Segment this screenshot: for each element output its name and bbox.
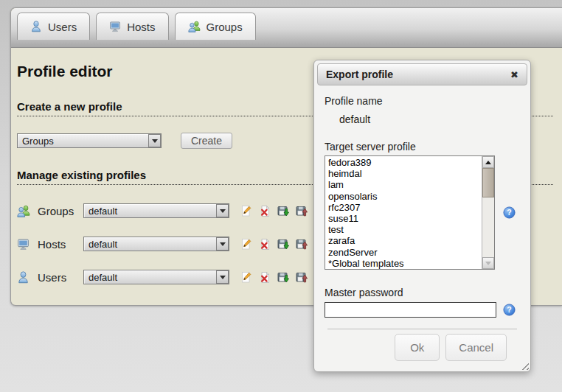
users-profile-select[interactable]: default: [83, 270, 229, 284]
create-button[interactable]: Create: [181, 133, 232, 149]
target-server-profile-label: Target server profile: [325, 141, 416, 153]
edit-profile-icon[interactable]: [240, 205, 253, 217]
user-icon: [17, 271, 32, 284]
host-icon: [109, 21, 121, 32]
profile-name-label: Profile name: [325, 95, 383, 107]
tab-users-label: Users: [48, 21, 77, 33]
export-profile-icon[interactable]: [296, 238, 308, 251]
list-option[interactable]: test: [325, 224, 494, 235]
export-profile-dialog: Export profile ✖ Profile name default Ta…: [313, 60, 531, 372]
profile-type-select[interactable]: Groups: [17, 133, 162, 148]
help-icon[interactable]: ?: [503, 206, 516, 219]
list-scrollbar[interactable]: [482, 156, 494, 269]
list-option[interactable]: suse11: [325, 213, 494, 224]
import-profile-icon[interactable]: [277, 238, 290, 251]
dialog-title: Export profile: [326, 69, 393, 80]
list-option[interactable]: lam: [325, 179, 494, 190]
target-server-profile-list[interactable]: fedora389 heimdal lam opensolaris rfc230…: [325, 155, 495, 270]
account-type-tabbar: Users Hosts Gr: [11, 8, 562, 48]
tab-groups-label: Groups: [207, 21, 243, 33]
row-label: Users: [38, 271, 83, 284]
row-label: Groups: [38, 205, 83, 217]
profile-type-select-value: Groups: [18, 134, 148, 147]
master-password-input[interactable]: [325, 302, 496, 318]
tab-users[interactable]: Users: [17, 13, 90, 40]
tab-hosts-label: Hosts: [127, 21, 155, 33]
scrollbar-up-icon[interactable]: [482, 156, 494, 168]
tab-groups[interactable]: Groups: [175, 13, 256, 40]
edit-profile-icon[interactable]: [240, 271, 253, 284]
list-option[interactable]: heimdal: [325, 168, 494, 179]
import-profile-icon[interactable]: [277, 205, 290, 217]
chevron-down-icon[interactable]: [216, 270, 229, 284]
groups-profile-select[interactable]: default: [83, 203, 229, 218]
scrollbar-down-icon[interactable]: [482, 257, 494, 269]
chevron-down-icon[interactable]: [148, 134, 161, 147]
export-profile-icon[interactable]: [296, 271, 308, 284]
cancel-button[interactable]: Cancel: [445, 334, 507, 361]
list-option[interactable]: zendServer: [325, 247, 494, 258]
user-icon: [30, 21, 42, 32]
ok-button[interactable]: Ok: [395, 334, 440, 361]
close-icon[interactable]: ✖: [510, 70, 518, 80]
delete-profile-icon[interactable]: [259, 205, 271, 217]
import-profile-icon[interactable]: [277, 271, 290, 284]
svg-text:?: ?: [507, 208, 511, 217]
hosts-profile-select[interactable]: default: [83, 237, 229, 251]
help-icon[interactable]: ?: [503, 304, 516, 316]
list-option[interactable]: *Global templates: [325, 258, 494, 269]
list-option[interactable]: fedora389: [325, 157, 494, 168]
svg-text:?: ?: [507, 305, 511, 314]
row-label: Hosts: [38, 238, 83, 251]
delete-profile-icon[interactable]: [259, 238, 271, 251]
list-option[interactable]: rfc2307: [325, 202, 494, 213]
list-option[interactable]: opensolaris: [325, 191, 494, 202]
scrollbar-thumb[interactable]: [482, 168, 494, 197]
dialog-buttonpane: Ok Cancel: [327, 329, 517, 371]
host-icon: [17, 238, 32, 251]
group-icon: [188, 21, 201, 32]
chevron-down-icon[interactable]: [216, 237, 229, 251]
edit-profile-icon[interactable]: [240, 238, 253, 251]
group-icon: [17, 205, 32, 217]
tab-hosts[interactable]: Hosts: [96, 13, 168, 40]
dialog-titlebar[interactable]: Export profile ✖: [317, 63, 527, 85]
profile-name-value: default: [339, 113, 370, 125]
chevron-down-icon[interactable]: [216, 204, 229, 217]
master-password-label: Master password: [325, 287, 403, 298]
export-profile-icon[interactable]: [296, 205, 308, 217]
list-option[interactable]: zarafa: [325, 235, 494, 246]
delete-profile-icon[interactable]: [259, 271, 271, 284]
